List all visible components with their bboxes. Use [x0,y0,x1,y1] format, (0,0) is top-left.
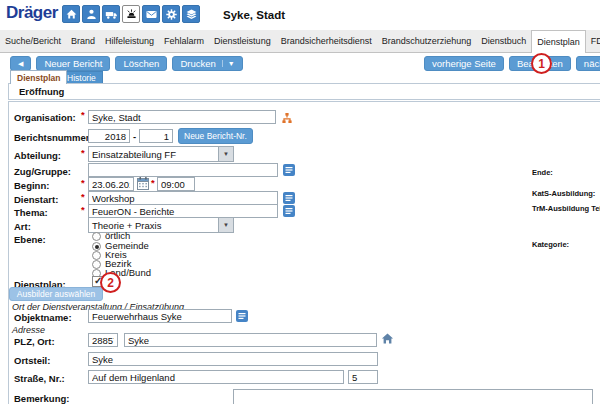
ebene-radio-bezirk[interactable] [92,260,101,269]
new-report-number-button[interactable]: Neue Bericht-Nr. [178,128,253,144]
ende-label: Ende: [532,168,553,177]
dienstart-label: Dienstart: [14,194,58,205]
thema-required: * [81,204,85,215]
print-button-label: Drucken [180,58,215,69]
fire-truck-icon [105,8,118,21]
bemerkung-label: Bemerkung: [14,393,69,404]
main-nav: Suche/Bericht Brand Hilfeleistung Fehlal… [0,30,600,53]
toolbar-right: vorherige Seite Bearbeiten nächste Seite [424,56,600,71]
objektname-label: Objektname: [14,312,72,323]
print-button[interactable]: Drucken▼ [172,56,242,71]
tab-dienstleistung[interactable]: Dienstleistung [209,30,276,52]
chevron-down-icon [218,147,233,161]
draeger-logo: Dräger [6,3,58,23]
strasse-input[interactable] [88,370,344,384]
caret-down-icon: ▼ [222,60,235,67]
ebene-label: Ebene: [14,234,46,245]
back-button[interactable]: ◀ [10,56,31,71]
ortsteil-input[interactable] [88,352,378,366]
hausnummer-input[interactable] [348,370,378,384]
header-icon-bar [62,5,200,23]
plz-ort-label: PLZ, Ort: [14,336,55,347]
beginn-date-input[interactable] [88,177,134,191]
tab-brandsicherheitsdienst[interactable]: Brandsicherheitsdienst [276,30,377,52]
art-select-value: Theorie + Praxis [89,220,218,231]
berichtsnummer-number-input[interactable] [139,129,173,143]
new-report-button[interactable]: Neuer Bericht [36,56,110,71]
beginn-label: Beginn: [14,180,49,191]
layers-icon [185,8,198,21]
annotation-step-2: 2 [100,272,121,293]
adresse-section-label: Adresse [12,325,45,335]
organisation-label: Organisation: [14,112,76,123]
tab-fehlalarm[interactable]: Fehlalarm [159,30,209,52]
thema-input[interactable] [88,204,278,218]
toolbar-left: ◀ Neuer Bericht Löschen Drucken▼ [10,56,243,71]
tab-suche-bericht[interactable]: Suche/Bericht [0,30,66,52]
dienstart-required: * [81,191,85,202]
nav-tile-person[interactable] [82,5,100,23]
calendar-icon[interactable] [137,177,149,190]
trm-ausbildung-label: TrM-Ausbildung Teil 2: [532,204,600,213]
nav-tile-home[interactable] [62,5,80,23]
berichtsnummer-year-input[interactable] [88,129,130,143]
subtab-dienstplan[interactable]: Dienstplan [10,70,67,84]
nav-tile-settings[interactable] [162,5,180,23]
zug-gruppe-lookup-icon[interactable] [283,164,295,176]
nav-tile-mail[interactable] [142,5,160,23]
tab-fds-import[interactable]: FDS-Import [586,30,600,52]
nav-tile-layers[interactable] [182,5,200,23]
organisation-input[interactable] [88,110,276,124]
objektname-input[interactable] [88,309,232,323]
nav-tile-siren-active[interactable] [122,5,140,23]
kats-ausbildung-label: KatS-Ausbildung: [532,189,595,198]
beginn-time-input[interactable] [157,177,195,191]
annotation-step-1: 1 [531,53,552,74]
strasse-label: Straße, Nr.: [14,373,65,384]
zug-gruppe-input[interactable] [88,163,278,177]
page-title: Syke, Stadt [223,9,285,21]
org-structure-icon[interactable] [281,112,293,124]
tab-hilfeleistung[interactable]: Hilfeleistung [100,30,159,52]
gear-icon [165,8,178,21]
chevron-down-icon [218,218,233,232]
section-title: Eröffnung [9,86,64,97]
previous-page-button[interactable]: vorherige Seite [424,56,504,71]
abteilung-required: * [81,147,85,158]
tab-brandschutzerziehung[interactable]: Brandschutzerziehung [377,30,477,52]
ortsteil-label: Ortsteil: [14,355,50,366]
beginn-required: * [81,177,85,188]
app-window: Dräger Syke, Stadt Suche/Bericht Brand H… [0,0,600,404]
beginn-time-required: * [151,177,155,188]
organisation-required: * [81,109,85,120]
ebene-radio-kreis[interactable] [92,251,101,260]
ebene-radio-oertlich[interactable] [92,232,101,241]
tab-dienstplan[interactable]: Dienstplan [531,30,586,53]
thema-label: Thema: [14,207,48,218]
ebene-radio-gemeinde-selected[interactable] [92,242,101,251]
bemerkung-textarea[interactable] [233,389,593,404]
tab-dienstbuch[interactable]: Dienstbuch [476,30,531,52]
select-instructor-button[interactable]: Ausbilder auswählen [9,287,103,301]
arrow-left-icon: ◀ [18,60,23,67]
home-icon[interactable] [381,332,394,345]
plz-input[interactable] [88,333,118,347]
kategorie-label: Kategorie: [532,240,569,249]
next-page-button[interactable]: nächste Seite [576,56,600,71]
mail-icon [145,8,158,21]
ort-input[interactable] [124,333,377,347]
siren-icon [125,8,138,21]
abteilung-label: Abteilung: [14,150,61,161]
dienstart-lookup-icon[interactable] [283,192,295,204]
objektname-lookup-icon[interactable] [236,310,248,322]
dienstart-input[interactable] [88,191,278,205]
nav-tile-fire-truck[interactable] [102,5,120,23]
section-header: Eröffnung [8,83,600,100]
tab-brand[interactable]: Brand [66,30,100,52]
home-icon [65,8,78,21]
berichtsnummer-label: Berichtsnummer: [14,132,93,143]
abteilung-select[interactable]: Einsatzabteilung FF [88,146,234,162]
thema-lookup-icon[interactable] [283,205,295,217]
abteilung-select-value: Einsatzabteilung FF [89,149,218,160]
delete-button[interactable]: Löschen [115,56,167,71]
